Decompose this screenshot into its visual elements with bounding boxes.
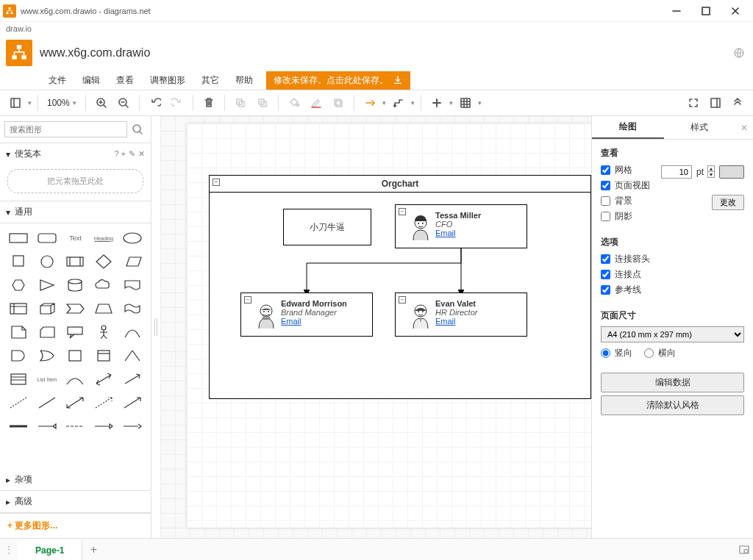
section-scratchpad[interactable]: ▾便笺本 ? +✎✕ — [0, 143, 151, 165]
shape-step[interactable] — [63, 298, 88, 319]
orgchart-container[interactable]: − Orgchart 小刀牛逼 − Tessa Miller CFO Email — [209, 175, 591, 399]
shape-listitem[interactable]: List Item — [35, 369, 60, 390]
shape-dashed[interactable] — [6, 392, 32, 413]
maximize-button[interactable] — [691, 0, 721, 22]
shape-arrow4[interactable] — [91, 392, 117, 413]
collapse-icon[interactable]: − — [213, 179, 220, 186]
menu-file[interactable]: 文件 — [41, 71, 74, 90]
shape-list[interactable] — [6, 369, 32, 390]
scratchpad-dropzone[interactable]: 把元素拖至此处 — [7, 169, 143, 193]
section-misc[interactable]: ▸杂项 — [0, 469, 151, 490]
shape-curve2[interactable] — [63, 369, 88, 390]
section-advanced[interactable]: ▸高级 — [0, 491, 151, 512]
section-general[interactable]: ▾通用 — [0, 201, 151, 223]
page-tab[interactable]: Page-1 — [18, 539, 82, 560]
node-brand[interactable]: − Edward Morrison Brand Manager Email — [240, 292, 373, 337]
shape-line2[interactable] — [35, 392, 60, 413]
card-email[interactable]: Email — [435, 317, 522, 326]
shape-thinarrow[interactable] — [119, 392, 145, 413]
menu-adjust[interactable]: 调整图形 — [143, 71, 193, 90]
language-button[interactable] — [731, 45, 747, 61]
format-panel-button[interactable] — [706, 93, 725, 112]
shape-process[interactable] — [63, 251, 88, 272]
shape-note[interactable] — [6, 322, 32, 342]
shape-link5[interactable] — [119, 416, 145, 437]
shape-link3[interactable] — [63, 416, 88, 437]
shape-internal[interactable] — [6, 298, 32, 319]
zoom-out-button[interactable] — [114, 93, 133, 112]
unsaved-banner[interactable]: 修改未保存。点击此处保存。 — [266, 71, 410, 90]
shape-or[interactable] — [35, 345, 60, 366]
shape-datastore[interactable] — [63, 345, 88, 366]
stepper-down[interactable]: ▼ — [707, 172, 715, 178]
shape-text[interactable]: Text — [63, 228, 88, 248]
to-back-button[interactable] — [253, 93, 272, 112]
insert-button[interactable] — [427, 93, 446, 112]
menu-help[interactable]: 帮助 — [228, 71, 260, 90]
shape-link4[interactable] — [91, 416, 117, 437]
close-button[interactable] — [721, 0, 750, 22]
close-icon[interactable]: ✕ — [138, 149, 145, 159]
shadow-button[interactable] — [329, 93, 348, 112]
shape-callout[interactable] — [63, 322, 88, 342]
collapse-icon[interactable]: − — [399, 296, 406, 304]
shape-trapezoid[interactable] — [91, 298, 117, 319]
portrait-radio[interactable] — [601, 348, 610, 358]
shape-arrow2[interactable] — [119, 345, 145, 366]
shape-cloud[interactable] — [91, 275, 117, 295]
canvas[interactable]: − Orgchart 小刀牛逼 − Tessa Miller CFO Email — [160, 116, 591, 538]
to-front-button[interactable] — [231, 93, 250, 112]
card-email[interactable]: Email — [281, 317, 368, 326]
shape-arrow3[interactable] — [119, 369, 145, 390]
sidebar-toggle-button[interactable] — [6, 93, 25, 112]
shape-rect[interactable] — [6, 228, 32, 248]
shape-card[interactable] — [35, 322, 60, 342]
fullscreen-button[interactable] — [684, 93, 703, 112]
tab-diagram[interactable]: 绘图 — [592, 116, 664, 139]
tab-style[interactable]: 样式 — [664, 116, 736, 139]
zoom-in-button[interactable] — [92, 93, 111, 112]
add-page-button[interactable]: + — [82, 543, 104, 556]
document-name[interactable]: www.x6g.com.drawio — [40, 46, 150, 60]
shape-ellipse[interactable] — [119, 228, 145, 248]
search-input[interactable] — [4, 121, 127, 137]
more-shapes-button[interactable]: + 更多图形... — [0, 513, 151, 538]
shape-tape[interactable] — [119, 298, 145, 319]
zoom-dropdown[interactable]: 100%▾ — [44, 98, 79, 108]
shape-container[interactable] — [91, 345, 117, 366]
node-hr[interactable]: − Evan Valet HR Director Email — [395, 292, 527, 337]
pageview-checkbox[interactable] — [601, 181, 610, 190]
shape-curve[interactable] — [119, 322, 145, 342]
shape-actor[interactable] — [91, 322, 117, 342]
shape-cylinder[interactable] — [63, 275, 88, 295]
change-bg-button[interactable]: 更改 — [712, 195, 744, 210]
waypoint-button[interactable] — [389, 93, 408, 112]
left-splitter[interactable] — [151, 116, 160, 538]
table-button[interactable] — [456, 93, 475, 112]
close-format-icon[interactable]: ✕ — [735, 116, 753, 139]
shape-roundrect[interactable] — [35, 228, 60, 248]
grid-size-input[interactable] — [661, 165, 692, 179]
shape-bidir2[interactable] — [63, 392, 88, 413]
pencil-icon[interactable]: ✎ — [129, 149, 135, 159]
grid-checkbox[interactable] — [601, 165, 610, 175]
shape-bidir[interactable] — [91, 369, 117, 390]
stepper-up[interactable]: ▲ — [707, 165, 715, 172]
background-checkbox[interactable] — [601, 196, 610, 206]
shape-parallelogram[interactable] — [119, 251, 145, 272]
undo-button[interactable] — [146, 93, 165, 112]
arrows-checkbox[interactable] — [601, 254, 610, 264]
page-surface[interactable]: − Orgchart 小刀牛逼 − Tessa Miller CFO Email — [187, 123, 591, 528]
clear-style-button[interactable]: 清除默认风格 — [601, 395, 744, 415]
menu-edit[interactable]: 编辑 — [75, 71, 107, 90]
menu-view[interactable]: 查看 — [109, 71, 141, 90]
guides-checkbox[interactable] — [601, 285, 610, 295]
landscape-radio[interactable] — [644, 348, 654, 358]
shape-hexagon[interactable] — [6, 275, 32, 295]
outline-button[interactable] — [735, 544, 753, 556]
points-checkbox[interactable] — [601, 270, 610, 279]
connection-button[interactable] — [360, 93, 379, 112]
shape-link1[interactable] — [6, 416, 32, 437]
shape-link2[interactable] — [35, 416, 60, 437]
edit-data-button[interactable]: 编辑数据 — [601, 373, 744, 392]
